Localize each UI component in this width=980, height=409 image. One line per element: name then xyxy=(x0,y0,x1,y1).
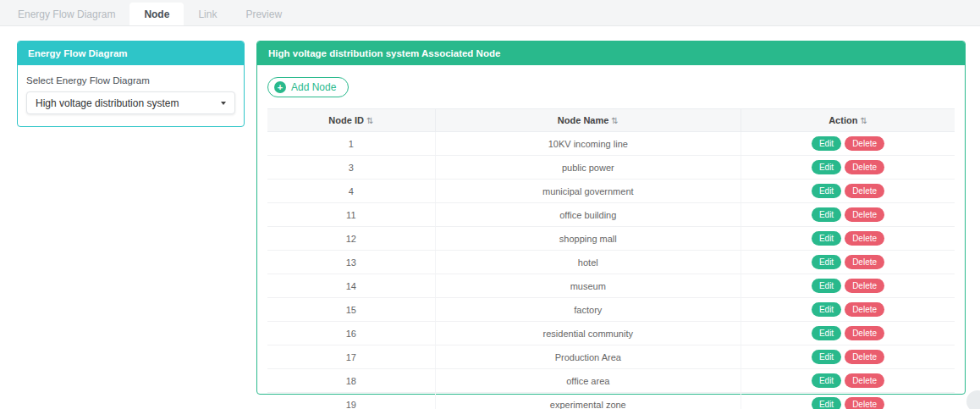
table-row: 3public powerEditDelete xyxy=(267,156,955,180)
delete-button[interactable]: Delete xyxy=(845,255,884,269)
action-cell: EditDelete xyxy=(741,369,955,393)
node-id-cell: 15 xyxy=(267,298,435,322)
plus-circle-icon: + xyxy=(274,81,286,93)
sort-icon[interactable]: ⇅ xyxy=(611,116,618,125)
table-row: 13hotelEditDelete xyxy=(267,251,955,274)
node-name-cell: office building xyxy=(435,203,741,227)
node-name-cell: office area xyxy=(435,369,741,393)
sort-icon[interactable]: ⇅ xyxy=(366,116,373,125)
delete-button[interactable]: Delete xyxy=(845,326,884,340)
node-id-cell: 11 xyxy=(267,203,435,227)
delete-button[interactable]: Delete xyxy=(845,397,884,409)
node-id-cell: 18 xyxy=(267,369,435,393)
edit-button[interactable]: Edit xyxy=(812,279,841,293)
node-id-cell: 19 xyxy=(267,393,435,409)
node-name-cell: museum xyxy=(435,274,741,298)
edit-button[interactable]: Edit xyxy=(812,255,841,269)
action-cell: EditDelete xyxy=(741,180,955,203)
delete-button[interactable]: Delete xyxy=(845,207,884,222)
node-name-cell: hotel xyxy=(435,251,741,274)
table-row: 11office buildingEditDelete xyxy=(267,203,955,227)
edit-button[interactable]: Edit xyxy=(812,207,841,222)
energy-flow-diagram-panel: Energy Flow Diagram Select Energy Flow D… xyxy=(17,41,245,127)
corner-floating-circle xyxy=(966,390,980,409)
diagram-select[interactable]: High voltage distribution system xyxy=(26,91,235,114)
node-name-cell: experimental zone xyxy=(435,393,741,409)
node-name-cell: public power xyxy=(435,156,741,180)
right-panel-title: High voltage distribution system Associa… xyxy=(257,41,965,65)
node-id-cell: 13 xyxy=(267,251,435,274)
edit-button[interactable]: Edit xyxy=(812,326,841,340)
action-cell: EditDelete xyxy=(741,274,955,298)
node-name-cell: factory xyxy=(435,298,741,322)
node-id-cell: 14 xyxy=(267,274,435,298)
node-id-cell: 4 xyxy=(267,180,435,203)
table-row: 17Production AreaEditDelete xyxy=(267,345,955,369)
left-panel-body: Select Energy Flow Diagram High voltage … xyxy=(18,65,244,126)
action-cell: EditDelete xyxy=(741,132,955,156)
table-row: 18office areaEditDelete xyxy=(267,369,955,393)
column-header-node-id[interactable]: Node ID⇅ xyxy=(267,109,435,132)
action-cell: EditDelete xyxy=(741,251,955,274)
action-cell: EditDelete xyxy=(741,393,955,409)
node-id-cell: 12 xyxy=(267,227,435,251)
delete-button[interactable]: Delete xyxy=(845,350,884,364)
node-name-cell: municipal government xyxy=(435,180,741,203)
table-row: 15factoryEditDelete xyxy=(267,298,955,322)
node-table-container: Node ID⇅Node Name⇅Action⇅ 110KV incoming… xyxy=(267,108,955,409)
add-node-button[interactable]: + Add Node xyxy=(267,77,349,97)
action-cell: EditDelete xyxy=(741,227,955,251)
delete-button[interactable]: Delete xyxy=(845,302,884,317)
left-panel-title: Energy Flow Diagram xyxy=(18,41,244,65)
node-name-cell: 10KV incoming line xyxy=(435,132,741,156)
node-table-body: 110KV incoming lineEditDelete3public pow… xyxy=(267,132,955,409)
action-cell: EditDelete xyxy=(741,322,955,345)
node-id-cell: 1 xyxy=(267,132,435,156)
sort-icon[interactable]: ⇅ xyxy=(860,116,867,125)
associated-node-panel: High voltage distribution system Associa… xyxy=(256,41,966,395)
delete-button[interactable]: Delete xyxy=(845,160,884,174)
edit-button[interactable]: Edit xyxy=(812,373,841,388)
delete-button[interactable]: Delete xyxy=(845,184,884,198)
node-name-cell: Production Area xyxy=(435,345,741,369)
tab-preview[interactable]: Preview xyxy=(231,3,296,25)
node-table-header-row: Node ID⇅Node Name⇅Action⇅ xyxy=(267,109,955,132)
action-cell: EditDelete xyxy=(741,156,955,180)
edit-button[interactable]: Edit xyxy=(812,397,841,409)
column-header-action[interactable]: Action⇅ xyxy=(741,109,955,132)
table-row: 110KV incoming lineEditDelete xyxy=(267,132,955,156)
delete-button[interactable]: Delete xyxy=(845,279,884,293)
tab-energy-flow-diagram[interactable]: Energy Flow Diagram xyxy=(3,3,129,25)
delete-button[interactable]: Delete xyxy=(845,231,884,246)
tab-node[interactable]: Node xyxy=(129,3,184,25)
tab-link[interactable]: Link xyxy=(184,3,231,25)
select-diagram-label: Select Energy Flow Diagram xyxy=(26,75,235,86)
delete-button[interactable]: Delete xyxy=(845,373,884,388)
node-name-cell: residential community xyxy=(435,322,741,345)
table-row: 14museumEditDelete xyxy=(267,274,955,298)
column-header-node-name[interactable]: Node Name⇅ xyxy=(435,109,741,132)
edit-button[interactable]: Edit xyxy=(812,350,841,364)
node-id-cell: 16 xyxy=(267,322,435,345)
edit-button[interactable]: Edit xyxy=(812,184,841,198)
node-table: Node ID⇅Node Name⇅Action⇅ 110KV incoming… xyxy=(267,108,955,409)
action-cell: EditDelete xyxy=(741,203,955,227)
action-cell: EditDelete xyxy=(741,298,955,322)
right-panel-body: + Add Node Node ID⇅Node Name⇅Action⇅ 110… xyxy=(257,65,965,409)
add-node-button-label: Add Node xyxy=(291,81,336,93)
action-cell: EditDelete xyxy=(741,345,955,369)
table-row: 19experimental zoneEditDelete xyxy=(267,393,955,409)
node-name-cell: shopping mall xyxy=(435,227,741,251)
table-row: 16residential communityEditDelete xyxy=(267,322,955,345)
edit-button[interactable]: Edit xyxy=(812,231,841,246)
node-id-cell: 17 xyxy=(267,345,435,369)
tab-bar: Energy Flow DiagramNodeLinkPreview xyxy=(0,0,980,26)
edit-button[interactable]: Edit xyxy=(812,160,841,174)
delete-button[interactable]: Delete xyxy=(845,136,884,151)
edit-button[interactable]: Edit xyxy=(812,136,841,151)
edit-button[interactable]: Edit xyxy=(812,302,841,317)
chevron-down-icon xyxy=(221,102,226,105)
diagram-select-value: High voltage distribution system xyxy=(36,97,179,109)
table-row: 12shopping mallEditDelete xyxy=(267,227,955,251)
table-row: 4municipal governmentEditDelete xyxy=(267,180,955,203)
